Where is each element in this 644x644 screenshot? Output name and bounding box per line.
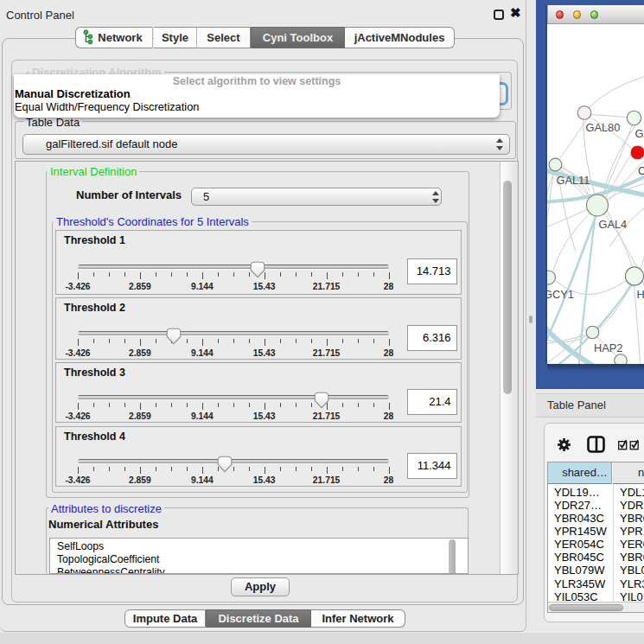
svg-text:CY: CY <box>638 163 644 176</box>
svg-text:GA: GA <box>634 126 644 139</box>
svg-text:GAL4: GAL4 <box>598 217 627 230</box>
svg-text:GAL80: GAL80 <box>585 121 620 134</box>
svg-text:HAP2: HAP2 <box>594 341 622 354</box>
svg-text:HA: HA <box>636 287 644 300</box>
svg-text:GAL11: GAL11 <box>556 174 590 187</box>
svg-text:GCY1: GCY1 <box>547 288 574 301</box>
